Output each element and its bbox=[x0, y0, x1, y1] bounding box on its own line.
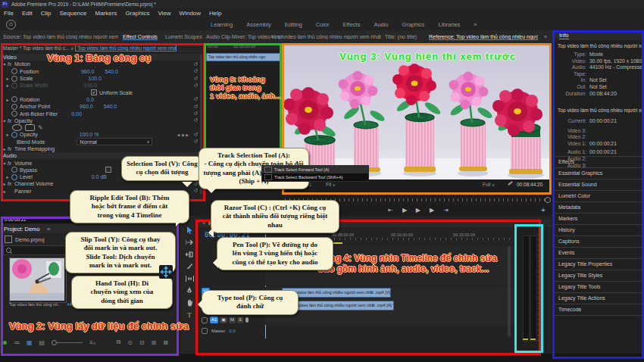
pen-tool-icon[interactable] bbox=[182, 286, 197, 295]
icon-view-icon[interactable]: ▦ bbox=[27, 339, 33, 346]
razor-tool-icon[interactable] bbox=[182, 261, 197, 271]
close-icon[interactable]: × bbox=[202, 220, 205, 226]
tab-editing[interactable]: Editing bbox=[285, 21, 302, 28]
slip-tool-icon[interactable] bbox=[182, 273, 197, 283]
find-icon[interactable]: ⊙ bbox=[127, 339, 133, 346]
selected-clip-label[interactable]: Top video làm thủ công nhiều người xem n… bbox=[75, 45, 177, 51]
panel-item-essential-sound[interactable]: Essential Sound bbox=[553, 179, 644, 190]
position-y-value[interactable]: 540.0 bbox=[105, 69, 118, 74]
panel-item-timecode[interactable]: Timecode bbox=[553, 304, 644, 316]
reset-icon[interactable]: ↺ bbox=[193, 104, 198, 110]
delete-icon[interactable]: ⊠ bbox=[163, 339, 168, 346]
ellipse-mask-icon[interactable] bbox=[12, 124, 22, 131]
panel-item-markers[interactable]: Markers bbox=[553, 213, 644, 224]
keyframe-nav-icons[interactable]: ◀◆▶ bbox=[177, 133, 191, 137]
project-thumbnail[interactable] bbox=[9, 257, 67, 303]
uniform-scale-checkbox[interactable]: ✓ bbox=[91, 89, 97, 95]
play-icon[interactable]: ▶ bbox=[416, 207, 420, 214]
zoom-slider[interactable] bbox=[52, 340, 83, 345]
freeform-view-icon[interactable]: ▤ bbox=[39, 339, 45, 346]
stopwatch-icon[interactable] bbox=[11, 96, 17, 102]
panel-item-legacy-title-tools[interactable]: Legacy Title Tools bbox=[553, 281, 644, 292]
step-back-icon[interactable]: ◀ bbox=[402, 207, 407, 214]
reset-icon[interactable]: ↺ bbox=[193, 111, 198, 117]
reset-icon[interactable]: ↺ bbox=[193, 139, 198, 145]
stopwatch-icon[interactable] bbox=[11, 132, 17, 138]
level-value[interactable]: 0.0 dB bbox=[92, 174, 107, 179]
menu-file[interactable]: File bbox=[4, 10, 14, 17]
workspace-overflow-icon[interactable]: » bbox=[474, 21, 477, 28]
panel-item-essential-graphics[interactable]: Essential Graphics bbox=[553, 167, 644, 179]
stopwatch-icon[interactable] bbox=[11, 104, 17, 110]
tab-graphics[interactable]: Graphics bbox=[402, 21, 425, 28]
go-to-in-icon[interactable]: ⇤ bbox=[388, 207, 393, 214]
bypass-checkbox[interactable] bbox=[105, 167, 111, 173]
reset-icon[interactable]: ↺ bbox=[193, 132, 198, 138]
track-select-tool-icon[interactable] bbox=[182, 237, 197, 247]
sort-icon[interactable]: ≡∨ bbox=[89, 339, 95, 346]
position-x-value[interactable]: 960.0 bbox=[81, 69, 95, 74]
timeline-scrollbar[interactable] bbox=[508, 246, 511, 337]
go-to-out-icon[interactable]: ⇥ bbox=[443, 207, 449, 214]
reset-icon[interactable]: ↺ bbox=[193, 61, 198, 67]
lock-icon[interactable] bbox=[202, 328, 208, 334]
row-channel-volume[interactable]: ▸fxChannel Volume↺ bbox=[0, 180, 200, 187]
reset-icon[interactable]: ↺ bbox=[193, 117, 198, 123]
reset-icon[interactable]: ↺ bbox=[193, 76, 198, 82]
playback-resolution-dropdown[interactable]: Full ∨ bbox=[483, 182, 495, 187]
a1-track-button[interactable]: A1 bbox=[210, 317, 218, 323]
tab-libraries[interactable]: Libraries bbox=[439, 21, 461, 28]
reset-icon[interactable]: ↺ bbox=[193, 188, 198, 194]
panel-overflow-icon[interactable]: » bbox=[270, 34, 274, 39]
button-editor-plus-icon[interactable]: + bbox=[541, 206, 546, 214]
panel-item-legacy-title-actions[interactable]: Legacy Title Actions bbox=[553, 292, 644, 304]
panel-overflow-icon-2[interactable]: » bbox=[544, 34, 547, 39]
stopwatch-icon[interactable] bbox=[11, 167, 17, 173]
panel-item-legacy-title-properties[interactable]: Legacy Title Properties bbox=[553, 258, 644, 270]
zoom-level-dropdown[interactable]: Fit ∨ bbox=[326, 182, 336, 187]
panel-item-effects[interactable]: Effects bbox=[553, 156, 644, 167]
menu-edit[interactable]: Edit bbox=[22, 10, 33, 17]
monitor-icon[interactable]: ▣ bbox=[220, 317, 227, 323]
reset-icon[interactable]: ↺ bbox=[193, 181, 198, 187]
panel-item-lumetri-color[interactable]: Lumetri Color bbox=[553, 190, 644, 201]
panel-item-captions[interactable]: Captions bbox=[553, 236, 644, 247]
stopwatch-icon[interactable] bbox=[11, 76, 17, 82]
new-bin-icon[interactable]: ⊟ bbox=[139, 339, 145, 346]
antiflicker-value[interactable]: 0.00 bbox=[71, 111, 82, 117]
tab-source-monitor[interactable]: Source: Top video làm thủ công nhiều ngư… bbox=[3, 34, 118, 39]
menu-item-track-select-backward[interactable]: Track Select Backward Tool (Shift+A) bbox=[262, 173, 368, 181]
anchor-y-value[interactable]: 540.0 bbox=[104, 104, 117, 109]
type-tool-icon[interactable]: T bbox=[182, 310, 197, 320]
menu-sequence[interactable]: Sequence bbox=[59, 10, 86, 17]
rotation-value[interactable]: 0.0 bbox=[86, 97, 94, 102]
rect-mask-icon[interactable] bbox=[25, 124, 35, 131]
tab-assembly[interactable]: Assembly bbox=[246, 21, 271, 28]
settings-wrench-icon[interactable] bbox=[508, 181, 513, 186]
audio-clip[interactable]: Top video làm thủ công nhiều người xem n… bbox=[283, 301, 394, 311]
panel-menu-icon[interactable]: ≡ bbox=[47, 226, 50, 232]
list-view-icon[interactable]: ≔ bbox=[14, 339, 20, 346]
opacity-value[interactable]: 100.0 % bbox=[80, 132, 99, 137]
menu-view[interactable]: View bbox=[158, 10, 170, 17]
tab-audio[interactable]: Audio bbox=[374, 21, 388, 28]
mute-button[interactable]: M bbox=[229, 317, 236, 323]
stopwatch-icon[interactable] bbox=[11, 68, 17, 74]
step-forward-icon[interactable]: ▶ bbox=[430, 207, 434, 214]
master-clip-label[interactable]: Master * Top video làm thủ c... bbox=[3, 45, 69, 51]
row-time-remapping[interactable]: ▸fxTime Remapping bbox=[0, 145, 200, 152]
voiceover-mic-icon[interactable] bbox=[245, 317, 249, 323]
reset-icon[interactable]: ↺ bbox=[193, 68, 198, 74]
automate-to-sequence-icon[interactable]: ⧉ bbox=[116, 339, 120, 346]
tab-learning[interactable]: Learning bbox=[211, 21, 233, 28]
anchor-x-value[interactable]: 960.0 bbox=[80, 104, 93, 109]
reset-icon[interactable]: ↺ bbox=[193, 96, 198, 102]
home-icon[interactable]: ⌂ bbox=[6, 20, 16, 30]
tab-effects[interactable]: Effects bbox=[343, 21, 361, 28]
stopwatch-icon[interactable] bbox=[11, 111, 17, 117]
tab-info[interactable]: Info bbox=[559, 32, 569, 39]
panel-item-events[interactable]: Events bbox=[553, 247, 644, 258]
tab-color[interactable]: Color bbox=[316, 21, 330, 28]
menu-window[interactable]: Window bbox=[180, 10, 201, 17]
lock-icon[interactable] bbox=[202, 317, 208, 323]
